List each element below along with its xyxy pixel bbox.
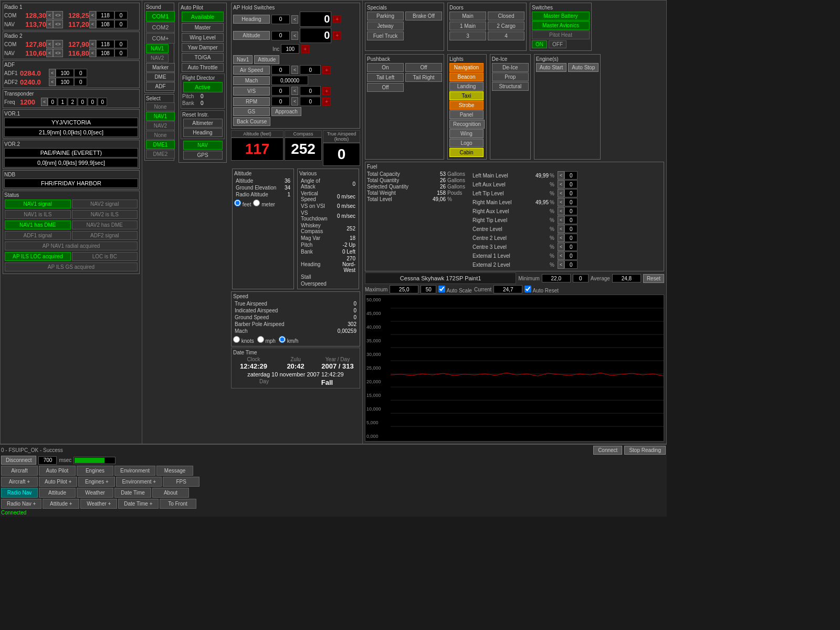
- pushback-off-btn[interactable]: Off: [405, 63, 442, 72]
- knots-label[interactable]: knots: [233, 336, 254, 344]
- radio2-com-swap[interactable]: <>: [53, 40, 63, 48]
- maximum-val[interactable]: [390, 285, 418, 293]
- ap-hold-back-course[interactable]: Back Course: [233, 117, 270, 126]
- centre2-input[interactable]: [564, 234, 578, 242]
- ap-available[interactable]: Available: [182, 12, 224, 22]
- door-main-btn[interactable]: Main: [449, 12, 486, 20]
- select-nav1[interactable]: NAV1: [146, 112, 175, 121]
- ap-hold-inc-plus[interactable]: +: [301, 45, 309, 53]
- right-main-less[interactable]: <: [558, 198, 564, 206]
- adf2-v1[interactable]: [56, 78, 74, 86]
- left-aux-less[interactable]: <: [558, 180, 564, 188]
- reset-btn[interactable]: Reset: [643, 274, 664, 283]
- select-none1[interactable]: None: [146, 102, 175, 111]
- feet-radio[interactable]: [234, 200, 241, 206]
- transponder-btn[interactable]: <: [41, 98, 48, 106]
- de-ice-btn[interactable]: De-Ice: [492, 63, 529, 72]
- environment-tab[interactable]: Environment: [114, 466, 155, 476]
- left-tip-less[interactable]: <: [558, 189, 564, 197]
- master-battery-btn[interactable]: Master Battery: [532, 12, 590, 20]
- radio2-com-freq2[interactable]: [114, 40, 128, 48]
- right-tip-input[interactable]: [564, 216, 578, 224]
- attitude-tab[interactable]: Attitude: [39, 488, 76, 498]
- ap-hold-as-display[interactable]: [300, 65, 321, 75]
- select-nav2[interactable]: NAV2: [146, 121, 175, 130]
- right-aux-input[interactable]: [564, 207, 578, 215]
- parking-btn[interactable]: Parking: [367, 12, 404, 20]
- radio1-com-swap[interactable]: <>: [53, 11, 63, 19]
- msec-val[interactable]: [38, 456, 57, 465]
- prop-btn[interactable]: Prop: [492, 72, 529, 81]
- landing-light-btn[interactable]: Landing: [449, 82, 484, 91]
- ap-nav[interactable]: NAV: [183, 141, 223, 150]
- ap-hold-vs[interactable]: V/S: [233, 87, 270, 96]
- connect-btn[interactable]: Connect: [593, 446, 622, 455]
- ap-hold-heading[interactable]: Heading: [233, 15, 270, 24]
- weather-plus-tab[interactable]: Weather +: [80, 499, 117, 509]
- radio2-nav-left[interactable]: <: [46, 49, 53, 57]
- ap-hold-vs-less[interactable]: <: [291, 87, 298, 95]
- ap-gps[interactable]: GPS: [183, 151, 223, 160]
- ext2-input[interactable]: [564, 260, 578, 269]
- kmh-radio[interactable]: [279, 336, 286, 343]
- structural-btn[interactable]: Structural: [492, 82, 529, 91]
- ap-hold-heading-plus[interactable]: +: [333, 15, 341, 23]
- ap-hold-airspeed[interactable]: Air Speed: [233, 66, 270, 75]
- date-time-tab[interactable]: Date Time: [114, 488, 151, 498]
- kmh-label[interactable]: km/h: [279, 336, 298, 344]
- minimum-set[interactable]: [573, 274, 589, 282]
- ap-active[interactable]: Active: [183, 82, 223, 92]
- ap-hold-alt-less[interactable]: <: [291, 32, 298, 40]
- ext2-less[interactable]: <: [558, 260, 564, 269]
- radio-nav-tab[interactable]: Radio Nav: [1, 488, 38, 498]
- ap-master[interactable]: Master: [182, 23, 224, 32]
- ap-hold-mach[interactable]: Mach: [233, 76, 270, 85]
- ap-hold-gs[interactable]: GS: [233, 107, 270, 116]
- radio1-com-freq2[interactable]: [114, 11, 128, 19]
- ext1-input[interactable]: [564, 251, 578, 260]
- sound-dme[interactable]: DME: [146, 72, 175, 81]
- radio1-nav-swap[interactable]: <>: [53, 20, 63, 28]
- off-btn[interactable]: OFF: [549, 40, 566, 48]
- radio2-nav-freq2[interactable]: [114, 49, 128, 57]
- radio2-com-left[interactable]: <: [46, 40, 53, 48]
- ap-hold-as-plus[interactable]: +: [322, 66, 331, 74]
- left-main-input[interactable]: [564, 171, 578, 180]
- logo-light-btn[interactable]: Logo: [449, 139, 484, 148]
- on-btn[interactable]: ON: [532, 40, 547, 48]
- jetway-btn[interactable]: Jetway: [367, 22, 404, 30]
- right-tip-less[interactable]: <: [558, 216, 564, 224]
- message-tab[interactable]: Message: [156, 466, 193, 476]
- aircraft-tab[interactable]: Aircraft: [1, 466, 38, 476]
- auto-reset-check[interactable]: [524, 286, 531, 292]
- ap-hold-alt-plus[interactable]: +: [333, 32, 341, 39]
- beacon-light-btn[interactable]: Beacon: [449, 72, 484, 81]
- adf1-btn[interactable]: <: [49, 69, 56, 77]
- radio1-nav-left[interactable]: <: [46, 20, 53, 28]
- cabin-light-btn[interactable]: Cabin: [449, 148, 484, 157]
- ap-hold-rpm-plus[interactable]: +: [322, 98, 331, 106]
- pushback-tail-left-btn[interactable]: Tail Left: [367, 73, 404, 82]
- centre-input[interactable]: [564, 225, 578, 233]
- weather-tab[interactable]: Weather: [77, 488, 113, 498]
- navigation-light-btn[interactable]: Navigation: [449, 63, 484, 72]
- radio2-com-freq1[interactable]: [96, 40, 114, 48]
- trans-d3[interactable]: [68, 98, 77, 106]
- taxi-light-btn[interactable]: Taxi: [449, 91, 484, 100]
- left-main-less[interactable]: <: [558, 171, 564, 180]
- mph-radio[interactable]: [257, 336, 264, 343]
- meter-radio-label[interactable]: meter: [253, 200, 275, 207]
- radio2-nav-freq1[interactable]: [96, 49, 114, 57]
- select-none2[interactable]: None: [146, 131, 175, 140]
- brake-off-btn[interactable]: Brake Off: [405, 12, 442, 20]
- fps-tab[interactable]: FPS: [163, 477, 200, 487]
- maximum-set[interactable]: [421, 285, 436, 293]
- engines-plus-tab[interactable]: Engines +: [78, 477, 115, 487]
- ap-hold-vs-val[interactable]: [271, 86, 290, 96]
- ap-hold-attitude[interactable]: Attitude: [254, 55, 279, 64]
- wing-light-btn[interactable]: Wing: [449, 129, 484, 138]
- ap-hold-rpm-less[interactable]: <: [291, 97, 298, 106]
- pushback-on-btn[interactable]: On: [367, 63, 404, 72]
- radio1-com-left[interactable]: <: [46, 11, 53, 19]
- strobe-light-btn[interactable]: Strobe: [449, 101, 484, 110]
